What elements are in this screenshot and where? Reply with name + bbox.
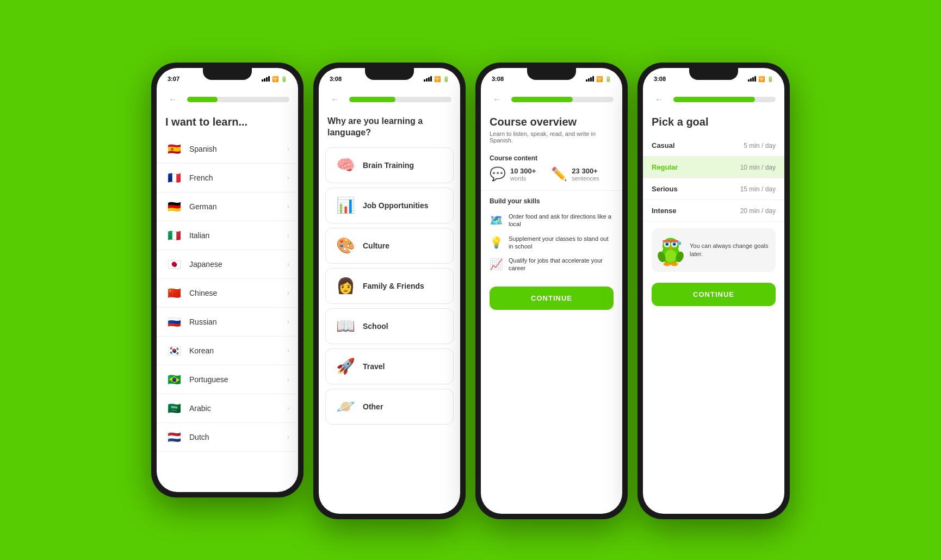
back-button[interactable]: ← (652, 92, 667, 107)
list-item[interactable]: 🇫🇷 French › (157, 164, 298, 192)
list-item[interactable]: 🇷🇺 Russian › (157, 308, 298, 337)
svg-point-14 (671, 263, 678, 266)
list-item[interactable]: 🇪🇸 Spanish › (157, 135, 298, 164)
progress-bar-fill (673, 97, 755, 102)
time-display: 3:08 (492, 76, 504, 82)
wifi-icon: 🛜 (434, 76, 441, 82)
travel-icon: 🚀 (335, 356, 356, 377)
list-item[interactable]: 🚀 Travel (325, 349, 454, 384)
lang-name-chinese: Chinese (189, 289, 281, 297)
time-display: 3:08 (654, 76, 666, 82)
school-icon: 📖 (335, 315, 356, 337)
list-item[interactable]: 📖 School (325, 308, 454, 344)
phone-notch (203, 68, 252, 80)
goal-item-regular[interactable]: Regular 10 min / day (643, 157, 784, 178)
goal-item-serious[interactable]: Serious 15 min / day (643, 178, 784, 200)
course-title: Course overview (481, 111, 622, 130)
progress-bar-container (187, 97, 289, 102)
chevron-icon: › (287, 145, 289, 153)
lang-name-portuguese: Portuguese (189, 375, 281, 384)
family-icon: 👩 (335, 275, 356, 297)
culture-icon: 🎨 (335, 235, 356, 257)
words-count: 10 300+ (510, 167, 536, 175)
reasons-list: 🧠 Brain Training 📊 Job Opportunities 🎨 C… (319, 147, 460, 425)
continue-button[interactable]: CONTINUE (490, 287, 614, 310)
list-item[interactable]: 🧠 Brain Training (325, 147, 454, 183)
list-item[interactable]: 🇩🇪 German › (157, 192, 298, 221)
chevron-icon: › (287, 433, 289, 441)
chevron-icon: › (287, 289, 289, 297)
nav-bar: ← (157, 88, 298, 111)
skill-item: 🗺️ Order food and ask for directions lik… (481, 209, 622, 232)
list-item[interactable]: 🇸🇦 Arabic › (157, 394, 298, 423)
status-icons: 🛜 🔋 (424, 76, 449, 82)
goal-time-regular: 10 min / day (740, 164, 776, 171)
flag-french: 🇫🇷 (165, 169, 183, 186)
list-item[interactable]: 🎨 Culture (325, 228, 454, 264)
stat-sentences: ✏️ 23 300+ sentences (551, 166, 599, 182)
goal-name-serious: Serious (652, 185, 678, 193)
reason-travel: Travel (363, 362, 385, 371)
list-item[interactable]: 🪐 Other (325, 389, 454, 425)
course-subtitle: Learn to listen, speak, read, and write … (481, 130, 622, 150)
mascot-owl (657, 234, 684, 266)
signal-icon (424, 76, 432, 82)
list-item[interactable]: 🇮🇹 Italian › (157, 221, 298, 250)
goal-item-casual[interactable]: Casual 5 min / day (643, 135, 784, 157)
status-icons: 🛜 🔋 (586, 76, 611, 82)
flag-chinese: 🇨🇳 (165, 284, 183, 302)
chart-icon: 📈 (490, 258, 503, 271)
flag-dutch: 🇳🇱 (165, 428, 183, 446)
phone-pick-goal: 3:08 🛜 🔋 ← Pick a goal (637, 63, 790, 519)
words-icon: 💬 (490, 166, 506, 182)
back-button[interactable]: ← (490, 92, 505, 107)
chevron-icon: › (287, 203, 289, 210)
progress-bar-fill (349, 97, 395, 102)
skill-text-3: Qualify for jobs that accelerate your ca… (509, 257, 614, 272)
reason-family-friends: Family & Friends (363, 282, 424, 290)
flag-arabic: 🇸🇦 (165, 400, 183, 417)
reason-brain-training: Brain Training (363, 161, 414, 170)
svg-rect-10 (663, 240, 679, 242)
wifi-icon: 🛜 (272, 76, 278, 82)
nav-bar: ← (643, 88, 784, 111)
back-button[interactable]: ← (165, 92, 181, 107)
time-display: 3:07 (168, 76, 179, 82)
phone4-content: ← Pick a goal Casual 5 min / day Regular… (643, 88, 784, 514)
app-background: 3:07 🛜 🔋 ← I want to learn... (0, 0, 941, 560)
goal-item-intense[interactable]: Intense 20 min / day (643, 200, 784, 222)
list-item[interactable]: 🇯🇵 Japanese › (157, 250, 298, 279)
battery-icon: 🔋 (443, 76, 449, 82)
skill-text-2: Supplement your classes to stand out in … (509, 235, 614, 251)
list-item[interactable]: 🇰🇷 Korean › (157, 337, 298, 365)
flag-portuguese: 🇧🇷 (165, 371, 183, 388)
status-icons: 🛜 🔋 (748, 76, 773, 82)
signal-icon (748, 76, 756, 82)
goal-time-casual: 5 min / day (744, 142, 776, 150)
phone-why-learning: 3:08 🛜 🔋 ← Why are you learning a langua (313, 63, 466, 519)
signal-icon (586, 76, 594, 82)
language-list: 🇪🇸 Spanish › 🇫🇷 French › 🇩🇪 German › (157, 135, 298, 452)
continue-button[interactable]: CONTINUE (652, 283, 776, 306)
list-item[interactable]: 🇳🇱 Dutch › (157, 423, 298, 452)
lang-name-korean: Korean (189, 346, 281, 355)
back-button[interactable]: ← (327, 92, 343, 107)
phone-notch (689, 68, 738, 80)
list-item[interactable]: 🇧🇷 Portuguese › (157, 365, 298, 394)
stat-words: 💬 10 300+ words (490, 166, 536, 182)
progress-bar-container (349, 97, 451, 102)
page-title: I want to learn... (157, 111, 298, 135)
other-icon: 🪐 (335, 396, 356, 418)
svg-point-7 (666, 244, 668, 245)
flag-german: 🇩🇪 (165, 198, 183, 215)
nav-bar: ← (319, 88, 460, 111)
list-item[interactable]: 👩 Family & Friends (325, 268, 454, 304)
list-item[interactable]: 📊 Job Opportunities (325, 188, 454, 223)
skill-item: 💡 Supplement your classes to stand out i… (481, 232, 622, 254)
goal-name-intense: Intense (652, 207, 677, 215)
reason-culture: Culture (363, 241, 389, 250)
mascot-speech-text: You can always change goals later. (690, 242, 770, 259)
phone-course-overview: 3:08 🛜 🔋 ← Course overview Learn (475, 63, 628, 519)
list-item[interactable]: 🇨🇳 Chinese › (157, 279, 298, 308)
lang-name-dutch: Dutch (189, 433, 281, 441)
